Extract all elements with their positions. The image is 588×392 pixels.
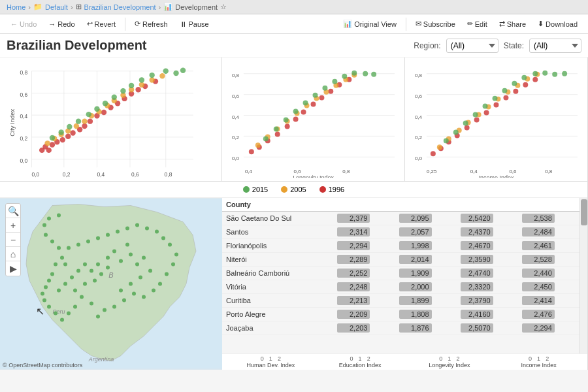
map-search-button[interactable]: 🔍 [6,204,20,218]
svg-point-213 [47,305,51,309]
svg-text:0,8: 0,8 [545,169,553,174]
svg-point-34 [101,110,106,115]
svg-point-68 [149,73,154,78]
svg-point-112 [293,109,299,114]
svg-point-31 [82,123,87,129]
table-row[interactable]: Porto Alegre 2,209 1,808 2,4160 2,476 [222,308,580,321]
svg-text:Education Index: Education Index [89,177,133,178]
mouse-cursor: ↖ [36,305,44,318]
svg-point-217 [73,305,77,309]
svg-point-177 [119,259,123,263]
axis-label-edu: Education Index [316,362,405,368]
revert-button[interactable]: ↩ Revert [82,17,121,31]
share-button[interactable]: ⇄ Share [494,17,531,31]
cell-v1: 2,289 [333,253,395,267]
table-row[interactable]: Niterói 2,289 2,014 2,3590 2,528 [222,253,580,267]
svg-point-29 [70,130,75,135]
cell-v4: 2,538 [518,212,580,225]
redo-icon: → [48,20,56,28]
table-row[interactable]: Joaçaba 2,203 1,876 2,5070 2,294 [222,321,580,335]
svg-point-55 [149,77,154,82]
map-zoom-out-button[interactable]: − [6,233,20,247]
svg-point-46 [74,123,79,129]
table-row[interactable]: Santos 2,314 2,057 2,4370 2,484 [222,225,580,239]
svg-point-110 [274,126,279,131]
legend-dot-2015 [243,186,250,193]
breadcrumb-sep1: › [28,3,31,11]
redo-button[interactable]: → Redo [43,18,80,31]
state-select[interactable]: (All) [529,39,581,53]
svg-point-95 [328,89,333,94]
page-title: Brazilian Development [7,38,147,53]
svg-text:Income Index: Income Index [479,174,514,178]
svg-text:Longevity Index: Longevity Index [293,174,334,178]
svg-point-69 [163,69,169,74]
svg-text:0,2: 0,2 [63,171,71,178]
svg-point-238 [50,240,54,244]
cell-county: Vitória [222,280,333,294]
cell-v1: 2,209 [333,308,395,321]
svg-text:0,0: 0,0 [232,155,240,161]
svg-point-115 [322,86,327,91]
download-button[interactable]: ⬇ Download [532,17,583,31]
region-label: Region: [414,41,440,50]
axis-edu: 012 Education Index [316,355,405,368]
cell-v3: 2,5420 [457,212,518,225]
map-container[interactable]: B Peru Argentina [0,198,222,370]
table-row[interactable]: Balneário Camboriú 2,252 1,909 2,4740 2,… [222,267,580,280]
svg-point-47 [82,118,87,123]
col-v4 [518,198,580,212]
edit-button[interactable]: ✏ Edit [462,17,493,31]
undo-icon: ← [10,20,18,28]
cell-v2: 1,909 [395,267,457,280]
svg-point-147 [532,77,538,82]
breadcrumb-star-icon[interactable]: ☆ [220,3,227,11]
cell-v3: 2,4160 [457,308,518,321]
table-row[interactable]: Florianópolis 2,294 1,998 2,4670 2,461 [222,239,580,253]
table-row[interactable]: Curitiba 2,213 1,899 2,3790 2,414 [222,294,580,308]
svg-point-227 [155,230,159,234]
original-view-button[interactable]: 📊 Original View [338,17,402,31]
cell-v3: 2,5070 [457,321,518,335]
undo-button[interactable]: ← Undo [5,18,42,31]
breadcrumb-project[interactable]: Brazilian Development [84,3,156,11]
cell-county: Niterói [222,253,333,267]
breadcrumb-sep2: › [71,3,73,11]
region-select[interactable]: (All) [446,39,498,53]
svg-point-145 [513,89,518,94]
chart1-svg: 0,8 0,6 0,4 0,2 0,0 City Index 0,0 0,2 0… [3,61,218,178]
breadcrumb-default[interactable]: Default [45,3,68,11]
cell-v3: 2,3320 [457,280,518,294]
svg-point-211 [41,292,44,296]
map-zoom-in-button[interactable]: + [6,218,20,233]
svg-point-194 [83,282,87,286]
refresh-button[interactable]: ⟳ Refresh [129,17,173,31]
svg-point-119 [363,71,368,76]
chart2-svg: 0,8 0,6 0,4 0,2 0,0 0,4 0,6 0,8 Longevit… [225,61,401,178]
scatter-chart-3: 0,8 0,6 0,4 0,2 0,0 0,25 0,4 0,6 0,8 Inc… [405,57,587,181]
svg-point-222 [165,272,169,276]
map-pan-button[interactable]: ▶ [6,261,20,276]
breadcrumb-view: Development [175,3,218,11]
cell-v3: 2,4370 [457,225,518,239]
svg-point-224 [174,253,178,257]
map-home-button[interactable]: ⌂ [6,247,20,261]
axis-label-hdi: Human Dev. Index [226,362,316,368]
svg-point-195 [93,279,97,283]
table-row[interactable]: São Caetano Do Sul 2,379 2,095 2,5420 2,… [222,212,580,225]
pause-button[interactable]: ⏸ Pause [174,18,214,31]
table-row[interactable]: Vitória 2,248 2,000 2,3320 2,450 [222,280,580,294]
cell-v2: 1,899 [395,294,457,308]
svg-point-140 [465,125,470,130]
svg-point-146 [523,82,528,88]
scatter-chart-2: 0,8 0,6 0,4 0,2 0,0 0,4 0,6 0,8 Longevit… [222,57,405,181]
svg-point-64 [112,95,117,100]
scrollbar[interactable] [580,198,587,353]
breadcrumb-grid-icon: 📊 [163,3,172,11]
cell-v2: 2,014 [395,253,457,267]
breadcrumb-home[interactable]: Home [7,3,25,11]
subscribe-button[interactable]: ✉ Subscribe [410,17,461,31]
table-scroll[interactable]: County São Caetano Do Sul 2,379 2,095 2,… [222,198,580,353]
svg-text:0,6: 0,6 [20,91,28,98]
share-icon: ⇄ [499,20,505,28]
